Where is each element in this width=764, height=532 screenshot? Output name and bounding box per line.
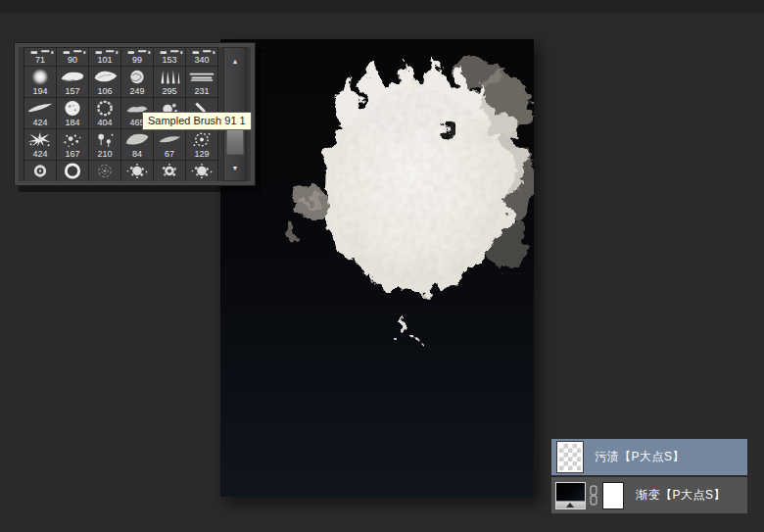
brush-thumbnail [57, 129, 88, 149]
brush-thumbnail [121, 67, 153, 86]
brush-size-label: 249 [121, 86, 153, 97]
top-bar [0, 0, 764, 14]
brush-size-label [89, 180, 120, 181]
brush-preset[interactable]: 153 [154, 48, 186, 67]
brush-thumbnail [24, 129, 56, 149]
canvas-document[interactable] [220, 39, 534, 497]
layer-thumbnail-transparency[interactable] [557, 442, 583, 472]
brush-preset[interactable]: 84 [121, 129, 154, 161]
brush-size-label [57, 180, 88, 181]
scroll-down-button[interactable]: ▼ [224, 161, 246, 174]
tooltip: Sampled Brush 91 1 [142, 112, 252, 130]
brush-thumbnail [89, 161, 120, 180]
brush-size-label: 84 [121, 149, 153, 160]
brush-preset[interactable]: 129 [186, 129, 218, 161]
brush-thumbnail [89, 67, 120, 86]
arrow-up-icon: ▲ [232, 58, 239, 65]
brush-preset[interactable]: 99 [121, 48, 154, 67]
brush-size-label: 424 [24, 118, 56, 128]
brush-size-label: 157 [57, 86, 88, 97]
brush-preset[interactable]: 167 [57, 129, 89, 161]
brush-size-label: 153 [154, 55, 185, 66]
scroll-up-button[interactable]: ▲ [224, 54, 246, 68]
brush-thumbnail [154, 67, 185, 86]
brush-size-label [24, 180, 56, 181]
arrow-down-icon: ▼ [232, 165, 239, 171]
brush-preset[interactable]: 231 [186, 67, 218, 98]
brush-thumbnail [154, 129, 185, 149]
brush-size-label: 67 [154, 149, 185, 160]
brush-size-label: 295 [154, 86, 185, 97]
brush-thumbnail [24, 67, 56, 86]
brush-preset[interactable] [186, 161, 218, 181]
brush-preset[interactable] [57, 161, 89, 181]
brush-size-label: 210 [89, 149, 120, 160]
brush-thumbnail [186, 129, 217, 149]
brush-size-label [154, 180, 185, 181]
brush-thumbnail [121, 129, 153, 149]
scrollbar-thumb[interactable] [226, 127, 244, 155]
brush-thumbnail [57, 67, 88, 86]
gradient-fill-thumbnail[interactable] [555, 482, 586, 509]
brush-preset[interactable]: 295 [154, 67, 186, 98]
brush-size-label: 129 [186, 149, 217, 160]
brush-size-label: 194 [24, 86, 56, 97]
brush-thumbnail [89, 98, 120, 118]
brush-preset[interactable]: 184 [57, 98, 89, 129]
brush-size-label: 424 [24, 149, 56, 160]
brush-thumbnail [186, 67, 217, 86]
photoshop-workspace: 71 90 101 99 [0, 0, 764, 532]
brush-preset[interactable]: 90 [57, 48, 89, 67]
chain-link-icon [589, 484, 598, 508]
brush-size-label: 101 [89, 55, 120, 66]
brush-thumbnail [57, 161, 88, 180]
brush-thumbnail [186, 161, 217, 180]
brush-size-label: 167 [57, 149, 88, 160]
brush-thumbnail [57, 48, 88, 55]
brush-thumbnail [186, 48, 217, 55]
layer-row-gradient[interactable]: 渐变【P大点S】 [551, 477, 747, 513]
brush-thumbnail [154, 161, 185, 180]
brush-thumbnail [24, 161, 56, 180]
canvas-noise-overlay [220, 39, 534, 497]
brush-thumbnail [154, 48, 185, 55]
gradient-preview [556, 483, 585, 502]
layer-name: 渐变【P大点S】 [636, 487, 726, 504]
brush-size-label: 184 [57, 118, 88, 128]
brush-preset[interactable]: 157 [57, 67, 89, 98]
brush-size-label: 106 [89, 86, 120, 97]
brush-preset[interactable]: 106 [89, 67, 121, 98]
brush-size-label: 71 [24, 55, 56, 66]
brush-thumbnail [89, 48, 120, 55]
gradient-stop-bar [556, 502, 585, 508]
brush-thumbnail [24, 48, 56, 55]
brush-preset[interactable] [154, 161, 186, 181]
brush-size-label: 90 [57, 55, 88, 66]
brush-preset[interactable] [24, 161, 57, 181]
layer-name: 污渍【P大点S】 [595, 449, 685, 465]
brush-preset[interactable]: 424 [24, 98, 57, 129]
brush-preset[interactable]: 404 [89, 98, 121, 129]
brush-preset[interactable]: 194 [24, 67, 57, 98]
brush-size-label [186, 180, 217, 181]
brush-preset[interactable]: 67 [154, 129, 186, 161]
layer-mask-thumbnail[interactable] [602, 482, 624, 509]
brush-preset[interactable]: 249 [121, 67, 154, 98]
brush-thumbnail [57, 98, 88, 118]
brush-thumbnail [121, 161, 153, 180]
brush-preset[interactable]: 210 [89, 129, 121, 161]
layer-row-stain[interactable]: 污渍【P大点S】 [551, 439, 747, 475]
brush-preset[interactable] [89, 161, 121, 181]
brush-thumbnail [121, 48, 153, 55]
brush-preset[interactable]: 101 [89, 48, 121, 67]
brush-size-label: 404 [89, 118, 120, 128]
brush-thumbnail [24, 98, 56, 118]
brush-size-label: 99 [121, 55, 153, 66]
brush-size-label [121, 180, 153, 181]
brush-thumbnail [89, 129, 120, 149]
brush-preset[interactable]: 424 [24, 129, 57, 161]
brush-preset[interactable] [121, 161, 154, 181]
brush-preset[interactable]: 340 [186, 48, 218, 67]
brush-preset[interactable]: 71 [24, 48, 57, 67]
brush-size-label: 231 [186, 86, 217, 97]
